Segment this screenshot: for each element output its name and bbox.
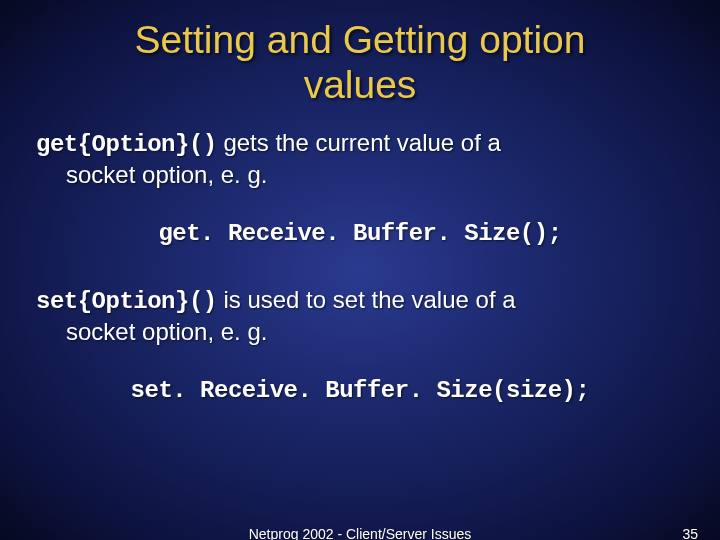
get-option-code: get{Option}() — [36, 131, 217, 158]
para-get-rest: gets the current value of a — [217, 129, 501, 156]
title-line-1: Setting and Getting option — [135, 18, 586, 61]
set-option-code: set{Option}() — [36, 288, 217, 315]
para-set: set{Option}() is used to set the value o… — [30, 285, 690, 347]
para-get-line2: socket option, e. g. — [36, 160, 690, 190]
para-set-line2: socket option, e. g. — [36, 317, 690, 347]
para-set-rest: is used to set the value of a — [217, 286, 516, 313]
slide: Setting and Getting option values get{Op… — [0, 0, 720, 540]
title-line-2: values — [304, 63, 417, 106]
footer-text: Netprog 2002 - Client/Server Issues — [0, 526, 720, 540]
code-set-example: set. Receive. Buffer. Size(size); — [30, 377, 690, 404]
slide-title: Setting and Getting option values — [30, 18, 690, 108]
code-get-example: get. Receive. Buffer. Size(); — [30, 220, 690, 247]
page-number: 35 — [682, 526, 698, 540]
para-get: get{Option}() gets the current value of … — [30, 128, 690, 190]
